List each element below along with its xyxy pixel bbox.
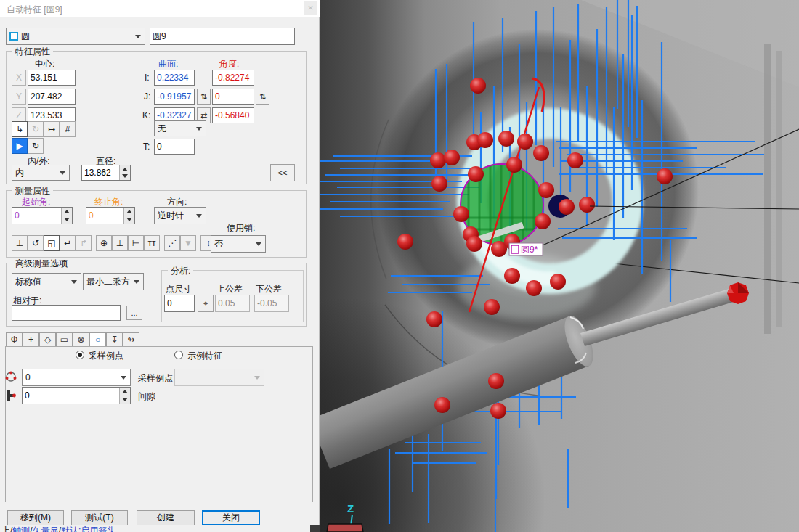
snap-combo[interactable]: 无 (154, 120, 206, 136)
analysis-legend: 分析: (168, 265, 193, 277)
3d-viewport[interactable]: 圆9*Z (320, 0, 799, 532)
status-link[interactable]: 默认:启用箭头 (61, 525, 115, 532)
flip-angle-button[interactable]: ⇅ (256, 89, 269, 105)
end-angle-spinner[interactable] (123, 208, 134, 224)
feature-label[interactable]: 圆9* (521, 245, 538, 255)
tab-rescan[interactable]: ↬ (123, 332, 139, 346)
close-button[interactable]: 关闭 (202, 510, 260, 525)
tip-pair-button[interactable]: ᴛᴛ (144, 235, 160, 251)
touch-normal-button[interactable]: ⊥ (112, 235, 128, 251)
filter-button[interactable]: ▼ (180, 235, 196, 251)
dialog-titlebar[interactable]: 自动特征 [圆9] × (0, 0, 320, 17)
tab-circle[interactable]: ○ (89, 332, 106, 346)
snap-point-button[interactable]: ↻ (28, 121, 44, 137)
angle-2-input[interactable] (212, 89, 254, 105)
feature-type-value: 圆 (21, 30, 30, 43)
point-size-input[interactable] (164, 295, 195, 312)
fit-algorithm-value: 最小二乘方 (86, 276, 130, 288)
inout-combo[interactable]: 内 (12, 165, 70, 181)
play-button[interactable]: ▶ (12, 138, 28, 154)
diameter-spin (81, 165, 131, 181)
surface-j-input[interactable] (154, 89, 195, 105)
surface-label: 曲面: (158, 58, 178, 70)
sample-points-field-label: 采样例点 (138, 372, 173, 385)
y-axis-button[interactable]: Y (12, 89, 26, 105)
move-to-button[interactable]: 移到(M) (7, 510, 64, 525)
feature-name-input[interactable] (150, 28, 295, 45)
diagonal-points-button[interactable]: ⋰ (164, 235, 180, 251)
axis-triad-cube (327, 524, 363, 532)
toggle-vector-button[interactable]: ↳ (12, 121, 28, 137)
example-feature-radio[interactable] (174, 351, 183, 359)
rect-path-button[interactable]: ◱ (44, 235, 60, 251)
gap-input[interactable] (22, 387, 131, 404)
anchor-button[interactable]: ⊥ (12, 235, 28, 251)
3d-scene: 圆9*Z (320, 0, 799, 532)
tab-move[interactable]: + (23, 332, 39, 346)
end-angle-spin (86, 207, 135, 224)
direction-combo[interactable]: 逆时针 (154, 207, 206, 224)
start-angle-spinner[interactable] (61, 208, 72, 224)
use-pin-combo[interactable]: 否 (211, 235, 266, 253)
collapse-button[interactable]: << (270, 164, 295, 181)
center-label: 中心: (35, 58, 54, 70)
sample-points-radio[interactable] (76, 351, 84, 359)
surface-i-input[interactable] (154, 70, 195, 86)
angle-3-input[interactable] (212, 107, 254, 123)
edge-point-button[interactable]: ⊢ (128, 235, 144, 251)
tab-diamond[interactable]: ◇ (39, 332, 56, 346)
tab-flag[interactable]: ▭ (56, 332, 73, 346)
upper-tolerance-input (215, 295, 250, 312)
status-link[interactable]: 触测 (12, 525, 30, 532)
gap-label: 间隙 (138, 390, 155, 403)
gap-spin (22, 387, 131, 404)
browse-button[interactable]: ... (126, 306, 142, 320)
t-input[interactable] (154, 139, 195, 155)
grid-button[interactable]: # (60, 121, 76, 137)
z-axis-label: Z (347, 502, 354, 515)
lower-tolerance-input (254, 295, 289, 312)
advanced-options-legend: 高级测量选项 (12, 258, 70, 270)
k-label: K: (142, 110, 150, 120)
chevron-down-icon (256, 242, 261, 246)
circle-feature-icon (9, 32, 18, 41)
flip-j-button[interactable]: ⇅ (197, 89, 211, 105)
rotate-ccw-button[interactable]: ↺ (28, 235, 44, 251)
measure-toolbar: ⊥↺◱↵↱⊕⊥⊢ᴛᴛ⋰▼↕ (12, 235, 216, 251)
feature-type-combo[interactable]: 圆 (6, 28, 145, 45)
chevron-down-icon (60, 171, 65, 175)
sample-count-combo[interactable]: 0 (22, 369, 131, 386)
test-button[interactable]: 测试(T) (71, 510, 128, 525)
tab-depth[interactable]: ↧ (106, 332, 123, 346)
export-path-button[interactable]: ↱ (76, 235, 92, 251)
tab-contact[interactable]: Φ (6, 332, 23, 346)
gap-spinner[interactable] (119, 388, 130, 404)
chevron-down-icon (196, 214, 202, 218)
upper-tolerance-label: 上公差 (216, 283, 243, 295)
angle-1-input[interactable] (212, 70, 254, 86)
x-axis-button[interactable]: X (12, 70, 26, 86)
nominal-mode-combo[interactable]: 标称值 (12, 273, 81, 290)
sample-points-radio-label: 采样例点 (89, 350, 123, 362)
example-feature-combo (174, 369, 264, 386)
direction-combo-value: 逆时针 (158, 210, 184, 222)
use-pin-label: 使用销: (227, 222, 255, 234)
probe-display-button[interactable]: ⌖ (198, 295, 214, 312)
flip-vector-button[interactable]: ↦ (44, 121, 60, 137)
chevron-down-icon (134, 280, 139, 284)
reread-position-button[interactable]: ↻ (28, 138, 44, 154)
target-point-button[interactable]: ⊕ (96, 235, 112, 251)
relative-to-input[interactable] (12, 305, 121, 321)
close-icon[interactable]: × (304, 1, 317, 15)
fit-algorithm-combo[interactable]: 最小二乘方 (83, 273, 144, 290)
t-label: T: (143, 142, 150, 152)
tab-cross-circle[interactable]: ⊗ (73, 332, 89, 346)
diameter-spinner[interactable] (119, 165, 130, 180)
center-y-input[interactable] (28, 89, 76, 105)
spacing-icon (4, 389, 17, 402)
center-x-input[interactable] (28, 70, 76, 86)
status-link[interactable]: 矢量显 (33, 525, 59, 532)
create-button[interactable]: 创建 (137, 510, 195, 525)
j-label: J: (144, 91, 150, 102)
return-path-button[interactable]: ↵ (60, 235, 76, 251)
